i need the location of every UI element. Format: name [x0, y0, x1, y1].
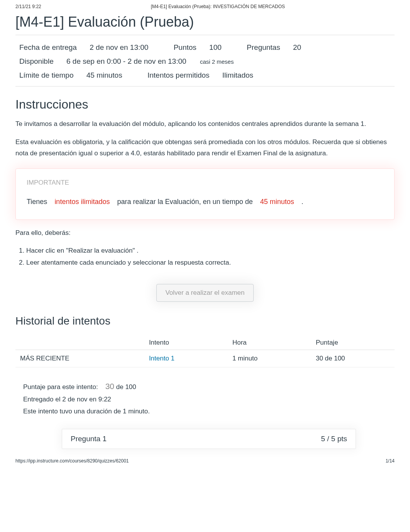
instructions-p1: Te invitamos a desarrollar la evaluación… [15, 119, 395, 130]
print-footer: https://ipp.instructure.com/courses/8290… [0, 449, 410, 468]
points-value: 100 [209, 43, 222, 51]
important-text: . [302, 198, 303, 206]
important-red2: 45 minutos [260, 198, 294, 206]
col-attempt: Intento [144, 336, 228, 350]
instructions-heading: Instrucciones [15, 97, 395, 112]
important-title: IMPORTANTE [27, 179, 383, 187]
available-label: Disponible [19, 57, 54, 65]
attempts-value: Ilimitados [222, 71, 253, 79]
question-pts: 5 / 5 pts [321, 435, 347, 443]
attempt-summary: Puntaje para este intento: 30 de 100 Ent… [15, 378, 395, 425]
summary-score-num: 30 [105, 382, 114, 391]
instructions-body: Te invitamos a desarrollar la evaluación… [15, 119, 395, 269]
summary-score-rest: de 100 [116, 383, 136, 391]
instructions-p2: Esta evaluación es obligatoria, y la cal… [15, 137, 395, 159]
important-text: Tienes [27, 198, 47, 206]
question-1-card: Pregunta 1 5 / 5 pts [62, 429, 356, 449]
timelimit-label: Límite de tiempo [19, 71, 73, 79]
step-1: Hacer clic en "Realizar la evaluación" . [26, 245, 395, 257]
history-heading: Historial de intentos [15, 315, 395, 327]
col-score: Puntaje [311, 336, 395, 350]
footer-page: 1/14 [386, 458, 395, 464]
summary-duration: Este intento tuvo una duración de 1 minu… [23, 406, 387, 418]
attempt-history-table: Intento Hora Puntaje MÁS RECIENTE Intent… [15, 336, 395, 367]
attempt-time: 1 minuto [228, 350, 311, 367]
table-row: MÁS RECIENTE Intento 1 1 minuto 30 de 10… [15, 350, 395, 367]
retake-exam-button[interactable]: Volver a realizar el examen [156, 284, 253, 302]
instructions-steps: Hacer clic en "Realizar la evaluación" .… [26, 245, 395, 269]
important-text: para realizar la Evaluación, en un tiemp… [117, 198, 252, 206]
questions-value: 20 [293, 43, 301, 51]
most-recent-label: MÁS RECIENTE [15, 350, 144, 367]
quiz-title: [M4-E1] Evaluación (Prueba) [15, 14, 395, 30]
divider [15, 86, 395, 87]
summary-score-label: Puntaje para este intento: [23, 383, 98, 391]
attempt-score: 30 de 100 [311, 350, 395, 367]
step-2: Leer atentamente cada enunciado y selecc… [26, 257, 395, 269]
available-value: 6 de sep en 0:00 - 2 de nov en 13:00 [66, 57, 186, 65]
attempts-label: Intentos permitidos [147, 71, 210, 79]
print-header: 2/11/21 9:22 [M4-E1] Evaluación (Prueba)… [0, 0, 410, 11]
divider [15, 35, 395, 35]
points-label: Puntos [174, 43, 197, 51]
important-red1: intentos ilimitados [54, 198, 110, 206]
quiz-meta: Fecha de entrega 2 de nov en 13:00 Punto… [15, 38, 395, 86]
footer-url: https://ipp.instructure.com/courses/8290… [15, 458, 129, 464]
important-box: IMPORTANTE Tienes intentos ilimitados pa… [15, 168, 395, 220]
col-time: Hora [228, 336, 311, 350]
print-doc-title: [M4-E1] Evaluación (Prueba): INVESTIGACI… [41, 4, 395, 9]
questions-label: Preguntas [247, 43, 280, 51]
col-blank [15, 336, 144, 350]
timelimit-value: 45 minutos [86, 71, 122, 79]
due-label: Fecha de entrega [19, 43, 77, 51]
attempt-link[interactable]: Intento 1 [149, 355, 175, 362]
print-datetime: 2/11/21 9:22 [15, 4, 41, 9]
summary-submitted: Entregado el 2 de nov en 9:22 [23, 394, 387, 406]
available-note: casi 2 meses [200, 58, 234, 65]
due-value: 2 de nov en 13:00 [90, 43, 148, 51]
question-title: Pregunta 1 [71, 435, 107, 443]
instructions-para: Para ello, deberás: [15, 228, 395, 239]
